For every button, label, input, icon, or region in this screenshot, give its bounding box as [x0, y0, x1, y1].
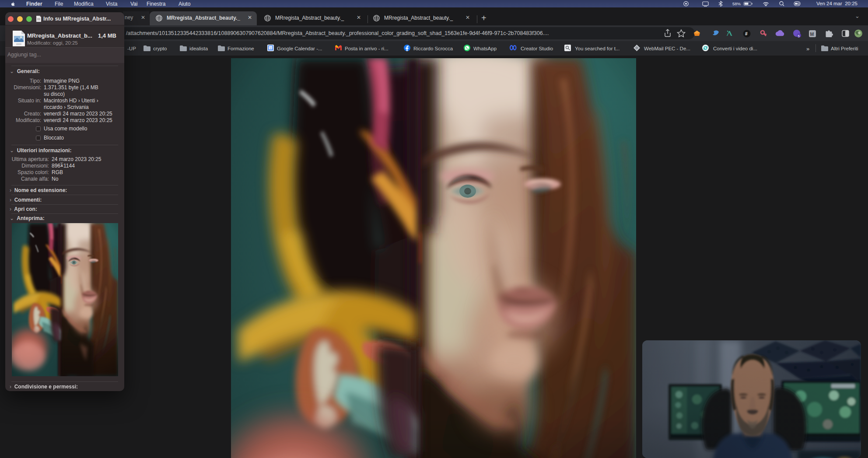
svg-text:31: 31: [269, 47, 273, 50]
svg-text:idealista: idealista: [189, 46, 208, 51]
svg-text:#: #: [745, 31, 748, 36]
svg-text:Altri Preferiti: Altri Preferiti: [831, 46, 858, 51]
svg-text:Formazione: Formazione: [228, 46, 254, 51]
svg-text:Creator Studio: Creator Studio: [521, 46, 553, 51]
svg-text:WhatsApp: WhatsApp: [473, 46, 497, 51]
svg-text:Riccardo Scrocca: Riccardo Scrocca: [413, 46, 453, 51]
svg-text:M: M: [810, 31, 814, 37]
svg-text:Posta in arrivo - ri...: Posta in arrivo - ri...: [345, 46, 388, 51]
svg-text:»: »: [806, 45, 809, 52]
svg-text:Google Calendar -...: Google Calendar -...: [277, 46, 322, 51]
svg-text:WebMail PEC - De...: WebMail PEC - De...: [644, 46, 690, 51]
svg-text:58%: 58%: [732, 1, 741, 6]
svg-text:crypto: crypto: [153, 46, 167, 51]
svg-text:5: 5: [798, 34, 800, 38]
svg-text:You searched for t...: You searched for t...: [575, 46, 620, 51]
svg-text:-UP: -UP: [127, 46, 136, 51]
svg-text:Converti i video di...: Converti i video di...: [713, 46, 757, 51]
